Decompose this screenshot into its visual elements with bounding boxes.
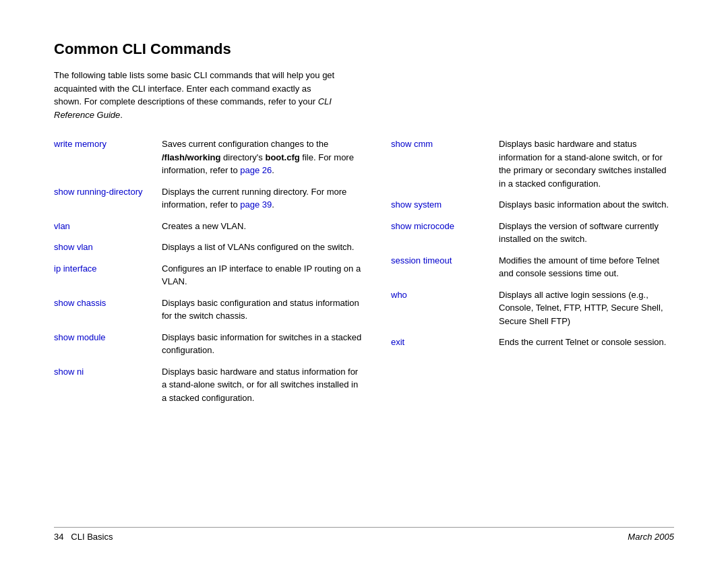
command-row: show chassis Displays basic configuratio… [54,296,364,323]
command-name[interactable]: show cmm [391,137,499,151]
command-row: session timeout Modifies the amount of t… [391,254,674,280]
command-name[interactable]: vlan [54,220,162,233]
command-name[interactable]: who [391,288,499,302]
content-area: write memory Saves current configuration… [54,137,674,412]
command-desc: Displays basic information for switches … [162,331,364,357]
footer: 34 CLI Basics March 2005 [54,527,674,542]
command-name[interactable]: show running-directory [54,185,162,199]
command-name[interactable]: session timeout [391,254,499,268]
intro-text-start: The following table lists some basic CLI… [54,70,334,106]
command-row: vlan Creates a new VLAN. [54,220,364,233]
right-column: show cmm Displays basic hardware and sta… [391,137,674,412]
command-name[interactable]: show microcode [391,220,499,233]
command-row: show vlan Displays a list of VLANs confi… [54,241,364,254]
command-desc: Displays all active login sessions (e.g.… [499,288,674,328]
footer-page-number: 34 [54,532,63,542]
right-command-table: show cmm Displays basic hardware and sta… [391,137,674,349]
command-row: show system Displays basic information a… [391,198,674,212]
command-desc: Displays basic configuration and status … [162,296,364,323]
command-row: show running-directory Displays the curr… [54,185,364,212]
command-desc: Displays a list of VLANs configured on t… [162,241,364,254]
command-name[interactable]: show vlan [54,241,162,254]
command-desc: Displays basic hardware and status infor… [162,365,364,405]
command-row: write memory Saves current configuration… [54,137,364,177]
page: Common CLI Commands The following table … [0,0,728,562]
command-name[interactable]: show ni [54,365,162,379]
command-row: show microcode Displays the version of s… [391,220,674,246]
command-name[interactable]: exit [391,336,499,349]
page-link[interactable]: page 39 [240,199,272,210]
footer-date: March 2005 [628,532,674,542]
command-row: ip interface Configures an IP interface … [54,262,364,288]
intro-text-end: . [120,110,123,120]
command-name[interactable]: write memory [54,137,162,151]
command-desc: Configures an IP interface to enable IP … [162,262,364,288]
command-desc: Modifies the amount of time before Telne… [499,254,674,280]
command-row: show ni Displays basic hardware and stat… [54,365,364,405]
command-desc: Displays the version of software current… [499,220,674,246]
command-desc: Displays the current running directory. … [162,185,364,212]
command-row: show cmm Displays basic hardware and sta… [391,137,674,190]
command-name[interactable]: ip interface [54,262,162,276]
command-row: who Displays all active login sessions (… [391,288,674,328]
page-title: Common CLI Commands [54,40,674,58]
command-desc: Displays basic information about the swi… [499,198,674,212]
command-row: show module Displays basic information f… [54,331,364,357]
command-name[interactable]: show module [54,331,162,344]
footer-left: 34 CLI Basics [54,532,113,542]
command-desc: Saves current configuration changes to t… [162,137,364,177]
command-desc: Displays basic hardware and status infor… [499,137,674,190]
page-link[interactable]: page 26 [240,165,272,175]
command-name[interactable]: show chassis [54,296,162,310]
left-command-table: write memory Saves current configuration… [54,137,364,404]
footer-section: CLI Basics [71,532,113,542]
command-desc: Creates a new VLAN. [162,220,364,233]
command-row: exit Ends the current Telnet or console … [391,336,674,349]
command-name[interactable]: show system [391,198,499,212]
left-column: write memory Saves current configuration… [54,137,364,412]
command-desc: Ends the current Telnet or console sessi… [499,336,674,349]
intro-paragraph: The following table lists some basic CLI… [54,69,337,121]
